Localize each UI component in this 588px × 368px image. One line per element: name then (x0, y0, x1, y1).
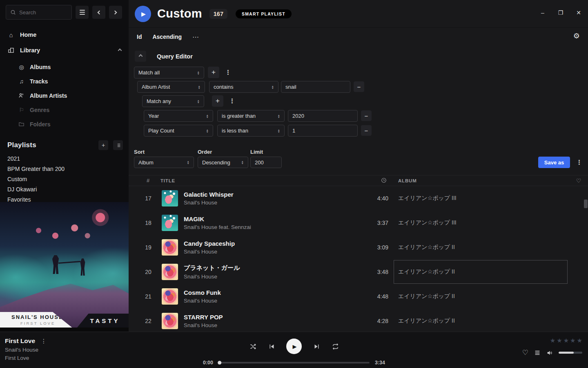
next-button[interactable] (312, 342, 321, 350)
sidebar-item-albums[interactable]: ◎ Albums (0, 60, 129, 74)
order-select[interactable]: Descending (198, 157, 248, 168)
duration-column-header[interactable] (361, 177, 388, 184)
track-art-thumbnail (162, 239, 178, 256)
sidebar-item-genres[interactable]: ⚐ Genres (0, 103, 129, 117)
star-icon[interactable]: ★ (557, 337, 562, 344)
playlist-item[interactable]: 2021 (0, 153, 129, 164)
previous-button[interactable] (267, 342, 276, 350)
sidebar-item-library[interactable]: Library (0, 43, 129, 58)
play-pause-button[interactable]: ▶ (286, 339, 302, 354)
rule3-operator-select[interactable]: is less than (217, 125, 285, 137)
star-icon[interactable]: ★ (550, 337, 555, 344)
track-album: エイリアン☆ポップ III (398, 186, 565, 211)
table-row[interactable]: 19 Candy Spaceship Snail's House 3:09 エイ… (129, 235, 588, 260)
rule3-value-input[interactable] (292, 128, 353, 134)
playlist-item[interactable]: BPM Greater than 200 (0, 164, 129, 174)
sidebar-item-home[interactable]: ⌂ Home (0, 27, 129, 43)
volume-slider[interactable] (559, 352, 582, 354)
add-playlist-button[interactable]: + (98, 140, 108, 150)
sort-direction-button[interactable]: Ascending (152, 34, 182, 40)
chevron-up-icon[interactable] (118, 48, 122, 52)
minimize-button[interactable]: – (538, 8, 547, 17)
sidebar-item-album-artists[interactable]: Album Artists (0, 88, 129, 103)
match-all-select[interactable]: Match all (134, 67, 204, 79)
group-menu-button[interactable]: ⋮ (229, 97, 235, 105)
play-playlist-button[interactable]: ▶ (135, 6, 151, 22)
table-row[interactable]: 18 MAGIK Snail's House feat. Sennzai 3:3… (129, 211, 588, 235)
favorite-button[interactable]: ♡ (522, 348, 528, 357)
back-button[interactable] (92, 6, 105, 19)
gear-icon[interactable]: ⚙ (573, 31, 580, 40)
seek-bar[interactable] (218, 362, 370, 364)
track-artist: Snail's House (184, 200, 361, 206)
add-rule-button[interactable]: + (208, 67, 219, 78)
index-column-header[interactable]: # (138, 177, 158, 184)
rule2-field-select[interactable]: Year (144, 110, 213, 122)
rule1-operator-value: contains (214, 84, 269, 90)
query-editor-title: Query Editor (157, 53, 193, 60)
rule1-field-select[interactable]: Album Artist (137, 81, 205, 93)
track-artist: Snail's House (184, 249, 361, 255)
remove-rule-button[interactable]: − (361, 110, 372, 121)
sidebar-nav: ⌂ Home Library ◎ Albums ♫ Tracks (0, 24, 129, 205)
sidebar-albums-label: Albums (30, 64, 51, 70)
main-panel: ▶ Custom 167 SMART PLAYLIST – ❐ ✕ Id Asc… (129, 0, 588, 332)
table-row[interactable]: 21 Cosmo Funk Snail's House 4:48 エイリアン☆ポ… (129, 284, 588, 309)
disc-icon: ◎ (18, 64, 25, 70)
table-row[interactable]: 22 STARRY POP Snail's House 4:28 エイリアン☆ポ… (129, 309, 588, 332)
add-rule-button[interactable]: + (212, 95, 223, 107)
remove-rule-button[interactable]: − (361, 125, 372, 136)
rule3-value-input-box (288, 125, 358, 137)
shuffle-button[interactable] (249, 342, 257, 350)
sort-field-button[interactable]: Id (137, 34, 142, 40)
seek-bar-thumb[interactable] (218, 361, 221, 365)
match-all-value: Match all (138, 70, 195, 76)
playlist-item[interactable]: DJ Okawari (0, 184, 129, 194)
sidebar-item-tracks[interactable]: ♫ Tracks (0, 74, 129, 88)
sidebar-item-folders[interactable]: Folders (0, 117, 129, 131)
favorite-column-header[interactable]: ♡ (565, 177, 581, 184)
rule3-field-select[interactable]: Play Count (144, 125, 213, 137)
music-player-app: ⌂ Home Library ◎ Albums ♫ Tracks (0, 0, 588, 368)
now-playing-menu-button[interactable]: ⋮ (41, 338, 47, 344)
query-menu-button[interactable]: ⋮ (576, 159, 582, 166)
close-button[interactable]: ✕ (574, 8, 583, 17)
artist-icon (18, 92, 25, 99)
volume-button[interactable] (546, 350, 553, 356)
playlist-item[interactable]: Custom (0, 174, 129, 184)
playlists-header: Playlists + (7, 140, 123, 150)
menu-button[interactable] (76, 6, 89, 19)
remove-rule-button[interactable]: − (354, 81, 364, 92)
now-playing-info: First Love ⋮ Snail's House First Love (5, 337, 47, 361)
album-column-header[interactable]: ALBUM (398, 178, 565, 183)
search-input[interactable] (19, 9, 67, 16)
forward-button[interactable] (109, 6, 122, 19)
rule1-value-input[interactable] (285, 84, 346, 90)
rule1-operator-select[interactable]: contains (209, 81, 278, 93)
star-icon[interactable]: ★ (570, 337, 575, 344)
match-any-select[interactable]: Match any (142, 95, 204, 107)
queue-button[interactable] (534, 350, 541, 356)
scrollbar-thumb[interactable] (584, 200, 588, 208)
track-art-thumbnail (162, 264, 178, 280)
star-icon[interactable]: ★ (564, 337, 569, 344)
group-menu-button[interactable]: ⋮ (225, 69, 231, 76)
playback-controls: ▶ (249, 339, 339, 354)
track-artist: Snail's House (184, 322, 361, 328)
search-box[interactable] (6, 5, 72, 20)
maximize-button[interactable]: ❐ (556, 8, 565, 17)
table-row[interactable]: 20 プラネット・ガール Snail's House 3:48 エイリアン☆ポッ… (129, 260, 588, 284)
more-options-button[interactable]: ⋯ (192, 33, 199, 41)
repeat-button[interactable] (331, 342, 339, 350)
track-title: Galactic Whisper (184, 191, 361, 198)
table-row[interactable]: 17 Galactic Whisper Snail's House 4:40 エ… (129, 186, 588, 211)
title-column-header[interactable]: TITLE (158, 178, 361, 183)
rule2-operator-select[interactable]: is greater than (217, 110, 285, 122)
playlist-list-button[interactable] (113, 140, 123, 150)
save-as-button[interactable]: Save as (538, 157, 570, 168)
query-editor-collapse-button[interactable] (135, 51, 146, 62)
rule2-value-input[interactable] (292, 113, 353, 119)
sort-select[interactable]: Album (134, 157, 194, 168)
star-icon[interactable]: ★ (577, 337, 582, 344)
limit-input[interactable] (255, 159, 277, 166)
